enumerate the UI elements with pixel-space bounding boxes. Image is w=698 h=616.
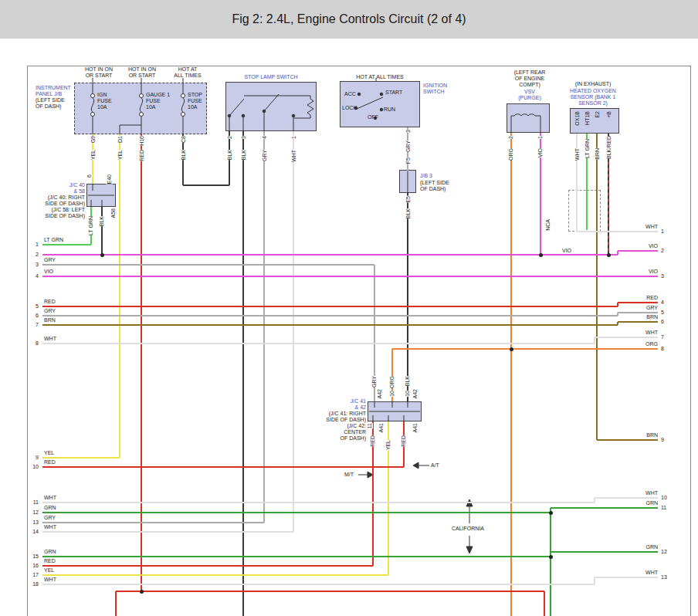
right-wire-number: 6 [661,319,664,325]
wire-7-brn-right [618,321,658,323]
jc40-title: & 58 [31,188,85,195]
ignition-position: START [385,90,402,96]
wire-grn-right-12 [551,551,658,553]
wire-color-label: LT GRN [584,139,591,158]
wire-1-ltgrn [42,244,91,245]
wire-color-label: YEL [117,150,124,160]
pin-id: F5 [405,157,412,164]
fuse-label: GAUGE 1 [146,92,170,98]
wire-color-label: RED [400,435,407,447]
pin-number: 10 [388,391,395,397]
jc40-location: (J/C 40: RIGHT [31,195,85,201]
right-wire-color: WHT [618,490,658,496]
left-wire-number: 14 [28,529,39,535]
right-wire-color: GRN [618,544,658,550]
jc40-location: (J/C 58: LEFT [31,207,85,213]
pin-number: 2 [507,136,514,139]
fuse-label: FUSE [188,98,202,104]
pin-id: A42 [376,389,383,398]
jc41-location: SIDE OF DASH) [309,417,366,423]
wire-blk-fuse-to-switch [183,184,229,186]
wire-org-vsv [510,133,512,616]
wire-7-brn [42,324,618,326]
fuse-label: 10A [97,104,107,110]
left-wire-number: 1 [28,242,39,248]
left-wire-color: VIO [44,269,53,275]
wire-5-red [42,306,618,307]
right-wire-color: RED [618,295,658,301]
hot-label: HOT AT [165,66,210,73]
wire-color-label: VIO [537,148,544,157]
jb3-location: (LEFT SIDE [420,180,449,186]
fuse-label: FUSE [146,98,161,104]
jb3-location: OF DASH) [420,186,446,192]
left-wire-color: WHT [44,524,56,530]
fuse-label: IGN [97,92,107,98]
pin-id: E5 [405,196,412,203]
fuse-label: 10A [188,104,197,110]
wire-5-red-right [618,302,658,303]
wire-red-bottom-right [544,591,545,616]
fuse-label: FUSE [97,98,112,104]
left-wire-number: 13 [28,520,39,526]
left-wire-number: 15 [28,553,39,560]
left-wire-color: GRY [44,257,56,263]
wire-grn-right-11 [551,507,658,509]
jb3-title: J/B 3 [420,173,432,179]
vsv-location: OF ENGINE [503,76,556,82]
pin-id: H16 [138,136,145,146]
wire-blk-jc40 [101,207,103,255]
left-wire-color: YEL [44,450,54,456]
pin-id: A42 [412,389,418,398]
wire-16-red [42,565,373,567]
jc40-location: SIDE OF DASH) [31,213,85,219]
o2-title: HEATED OXYGEN [562,88,624,94]
left-wire-number: 8 [28,340,39,347]
ignition-position: RUN [384,107,395,113]
right-wire-number: 9 [661,437,664,443]
pin-number: 6 [86,174,93,178]
wire-8-wht [42,343,595,344]
wire-color-label: BLK [240,150,247,160]
wire-15-grn [42,556,551,557]
wire-color-label: GRY [371,376,378,388]
wire-color-label: YEL [385,440,391,450]
left-wire-number: 17 [28,572,39,578]
left-wire-color: RED [44,299,56,305]
nca-note: NCA [544,219,551,231]
right-wire-color: VIO [618,269,658,275]
figure-title: Fig 2: 2.4L, Engine Controls Circuit (2 … [232,12,466,26]
left-wire-color: BRN [44,317,56,323]
pin-id: G9 [90,136,97,143]
right-wire-color: GRY [618,305,658,311]
pin-number: 3 [240,136,247,139]
pin-number: 4 [261,136,268,139]
wire-color-label: WHT [290,150,297,162]
left-wire-number: 16 [28,563,39,569]
ignition-switch-title: SWITCH [423,89,445,95]
vsv-title: VSV [503,89,556,95]
pin-number: 1 [537,136,544,139]
o2-location: (IN EXHAUST) [562,81,624,87]
left-wire-color: WHT [44,577,56,583]
left-wire-number: 6 [28,313,39,319]
junction-dot [510,347,513,351]
stop-lamp-switch-title: STOP LAMP SWITCH [225,74,317,80]
wire-3-gry [42,264,374,266]
vsv-location: COMPT) [503,82,556,88]
pin-id: A41 [378,423,385,432]
right-wire-color: WHT [618,224,658,230]
wire-blk-sls3 [242,131,244,616]
wire-color-label: BRN [594,148,601,160]
wire-10-red [42,466,404,468]
wire-18-wht-right [595,577,658,578]
o2-title: SENSOR 2) [562,100,624,107]
wire-11-wht [42,502,595,503]
wire-2-vio-right [618,250,658,252]
left-wire-color: RED [44,558,56,564]
left-wire-color: GRY [44,308,56,314]
wire-blk-jb3 [407,193,408,401]
right-wire-number: 11 [661,505,666,511]
wire-6-gry [42,315,618,316]
figure-title-bar: Fig 2: 2.4L, Engine Controls Circuit (2 … [0,0,698,39]
